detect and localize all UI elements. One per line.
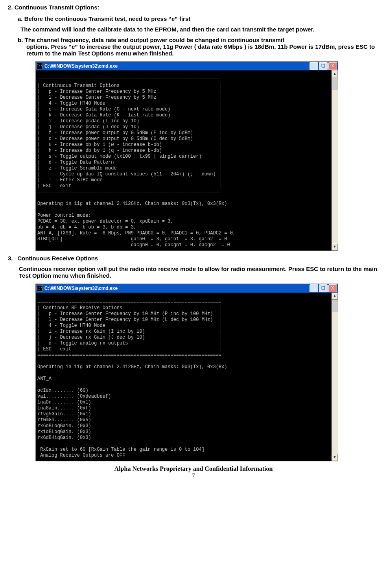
section-2b: b. The channel frequency, data rate and … [18,37,379,57]
cmd-icon: C:\ [37,63,43,69]
section-2b-line2: options. Press “c” to increase the outpu… [18,43,379,57]
maximize-button[interactable]: ❏ [319,62,328,70]
console-output-receive: ========================================… [36,293,332,461]
section-3-body: Continuous receiver option will put the … [19,265,379,279]
section-3-title: Continuous Receive Options [17,255,98,262]
scroll-up-button[interactable]: ▲ [332,293,338,300]
cmd-window-transmit: C:\ C:\WINDOWS\system32\cmd.exe _ ❏ X ==… [35,61,338,251]
window-buttons: _ ❏ X [310,62,337,70]
close-button[interactable]: X [328,62,337,70]
scroll-thumb[interactable] [332,300,337,312]
section-2b-line1: b. The channel frequency, data rate and … [18,37,284,43]
scrollbar[interactable]: ▲ ▼ [332,70,338,251]
maximize-button[interactable]: ❏ [319,284,328,292]
scroll-up-button[interactable]: ▲ [332,70,338,77]
section-2a-body: The command will load the calibrate data… [20,26,379,33]
scroll-down-button[interactable]: ▼ [332,454,338,461]
window-title: C:\WINDOWS\system32\cmd.exe [44,286,310,291]
scroll-track[interactable] [332,300,338,454]
titlebar: C:\ C:\WINDOWS\system32\cmd.exe _ ❏ X [36,284,338,293]
section-3-heading: 3. Continuous Receive Options [8,255,379,262]
minimize-button[interactable]: _ [310,284,318,292]
window-title: C:\WINDOWS\system32\cmd.exe [44,63,310,69]
page-number: 7 [8,472,379,479]
scroll-down-button[interactable]: ▼ [332,243,338,251]
titlebar: C:\ C:\WINDOWS\system32\cmd.exe _ ❏ X [36,62,338,70]
cmd-icon: C:\ [37,285,43,291]
section-2a: a. Before the continuous Transmit test, … [18,15,379,22]
footer-text: Alpha Networks Proprietary and Confident… [8,465,379,472]
scroll-thumb[interactable] [332,77,337,90]
cmd-window-receive: C:\ C:\WINDOWS\system32\cmd.exe _ ❏ X ==… [35,284,338,461]
close-button[interactable]: X [328,284,337,292]
section-2-heading: 2. Continuous Transmit Options: [8,4,379,11]
scroll-track[interactable] [332,77,338,243]
minimize-button[interactable]: _ [310,62,318,70]
console-output-transmit: ========================================… [36,70,332,251]
window-buttons: _ ❏ X [310,284,337,292]
section-3-number: 3. [8,255,16,262]
scrollbar[interactable]: ▲ ▼ [332,293,338,461]
